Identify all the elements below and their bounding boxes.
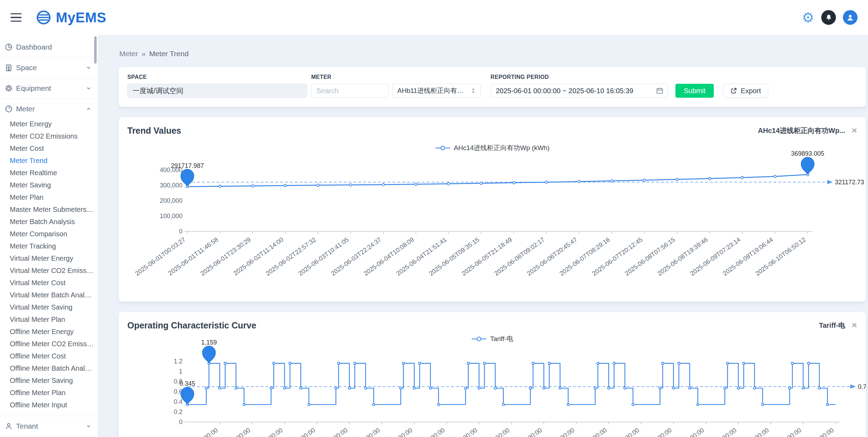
sidebar-nav: DashboardSpaceEquipmentMeterMeter Energy… <box>0 35 98 436</box>
svg-text:321172.73: 321172.73 <box>835 179 864 186</box>
meter-select-value: AHb11进线柜正向有功Wp <box>397 86 468 95</box>
select-arrows-icon <box>471 87 476 94</box>
user-icon <box>4 422 13 430</box>
sidebar-item-offline-meter-saving[interactable]: Offline Meter Saving <box>0 375 98 387</box>
reporting-period-label: REPORTING PERIOD <box>491 74 668 80</box>
building-icon <box>4 64 13 72</box>
sidebar-section-tenant[interactable]: Tenant <box>0 418 98 435</box>
space-label: SPACE <box>127 74 307 80</box>
tariff-card-title: Operating Characteristic Curve <box>127 320 256 331</box>
breadcrumb-meter[interactable]: Meter <box>119 50 138 58</box>
sidebar-item-virtual-meter-plan[interactable]: Virtual Meter Plan <box>0 313 98 326</box>
sidebar-section-space[interactable]: Space <box>0 59 98 76</box>
svg-text:1,159: 1,159 <box>201 339 217 346</box>
sidebar-item-offline-meter-cost[interactable]: Offline Meter Cost <box>0 350 98 362</box>
sidebar-item-meter-tracking[interactable]: Meter Tracking <box>0 240 98 252</box>
svg-text:1: 1 <box>179 368 182 375</box>
trend-series-label: AHc14进线柜正向有功Wp... <box>758 126 845 135</box>
chevron-up-icon <box>86 106 91 112</box>
svg-text:0: 0 <box>179 419 182 425</box>
sidebar-item-offline-meter-input[interactable]: Offline Meter Input <box>0 399 98 411</box>
user-icon <box>846 13 855 22</box>
account-button[interactable] <box>843 10 858 25</box>
svg-text:100,000: 100,000 <box>160 213 182 220</box>
chevron-down-icon <box>86 65 91 71</box>
sidebar-section-label: Space <box>16 64 37 72</box>
sidebar-item-virtual-meter-batch-analysis[interactable]: Virtual Meter Batch Analysis <box>0 289 98 301</box>
svg-text:0.7: 0.7 <box>858 383 866 390</box>
sidebar: DashboardSpaceEquipmentMeterMeter Energy… <box>0 35 98 437</box>
sidebar-section-equipment[interactable]: Equipment <box>0 80 98 97</box>
space-input[interactable] <box>127 84 307 98</box>
sidebar-meter-submenu: Meter EnergyMeter CO2 EmissionsMeter Cos… <box>0 117 98 414</box>
svg-text:0.4: 0.4 <box>174 398 182 405</box>
sidebar-item-virtual-meter-energy[interactable]: Virtual Meter Energy <box>0 252 98 265</box>
sidebar-scrollbar[interactable] <box>94 36 97 64</box>
meter-label: METER <box>311 74 481 80</box>
sidebar-item-meter-plan[interactable]: Meter Plan <box>0 191 98 203</box>
filter-panel: SPACE METER AHb11进线柜正向有功Wp REPOR <box>119 67 866 107</box>
breadcrumb-separator: » <box>142 50 146 58</box>
export-button[interactable]: Export <box>723 84 768 98</box>
tariff-chart: 00.20.40.60.811.22025-06-01 12:00:002025… <box>127 336 866 437</box>
svg-text:0: 0 <box>179 228 182 235</box>
svg-text:291717.987: 291717.987 <box>171 162 204 169</box>
sidebar-item-master-meter-submeters-ba[interactable]: Master Meter Submeters Ba... <box>0 203 98 216</box>
top-navbar: MyEMS ⚙ <box>0 0 868 35</box>
space-field-group: SPACE <box>127 74 307 98</box>
gauge-icon <box>4 43 13 51</box>
chart-mark-pin: 1,159 <box>201 339 217 363</box>
chevron-down-icon <box>86 86 91 91</box>
myems-logo-icon <box>36 9 52 25</box>
reporting-period-input[interactable] <box>491 84 668 98</box>
tariff-curve-card: Operating Characteristic Curve Tariff-电 … <box>119 312 866 437</box>
trend-chart: 0100,000200,000300,000400,0002025-06-01T… <box>127 150 866 294</box>
meter-select[interactable]: AHb11进线柜正向有功Wp <box>392 84 481 98</box>
sidebar-item-meter-realtime[interactable]: Meter Realtime <box>0 167 98 179</box>
svg-text:200,000: 200,000 <box>160 197 182 204</box>
tariff-close-icon[interactable]: × <box>852 320 857 330</box>
sidebar-section-meter[interactable]: Meter <box>0 101 98 117</box>
meter-icon <box>4 105 13 113</box>
brand-logo[interactable]: MyEMS <box>36 9 106 25</box>
bell-icon <box>825 14 833 22</box>
legend-line-marker-icon <box>435 145 450 151</box>
sidebar-item-meter-comparison[interactable]: Meter Comparison <box>0 228 98 240</box>
sidebar-item-meter-co2-emissions[interactable]: Meter CO2 Emissions <box>0 130 98 142</box>
sidebar-item-virtual-meter-cost[interactable]: Virtual Meter Cost <box>0 277 98 289</box>
breadcrumb: Meter»Meter Trend <box>119 50 866 58</box>
trend-card-title: Trend Values <box>127 126 181 136</box>
sidebar-item-offline-meter-plan[interactable]: Offline Meter Plan <box>0 387 98 399</box>
period-field-group: REPORTING PERIOD <box>491 74 668 98</box>
trend-chart-svg: 0100,000200,000300,000400,0002025-06-01T… <box>127 150 866 294</box>
sidebar-item-offline-meter-batch-analysis[interactable]: Offline Meter Batch Analysis <box>0 362 98 375</box>
sidebar-item-meter-batch-analysis[interactable]: Meter Batch Analysis <box>0 216 98 228</box>
sidebar-item-meter-trend[interactable]: Meter Trend <box>0 155 98 167</box>
chart-mark-pin: 369893.005 <box>791 150 824 175</box>
sidebar-section-label: Equipment <box>16 84 51 92</box>
sidebar-item-virtual-meter-saving[interactable]: Virtual Meter Saving <box>0 301 98 313</box>
tariff-series-label: Tariff-电 <box>819 321 845 330</box>
notifications-button[interactable] <box>821 10 836 25</box>
sidebar-item-offline-meter-energy[interactable]: Offline Meter Energy <box>0 326 98 338</box>
trend-values-card: Trend Values AHc14进线柜正向有功Wp... × AHc14进线… <box>119 117 866 302</box>
menu-toggle-button[interactable] <box>10 13 22 22</box>
settings-gear-icon[interactable]: ⚙ <box>802 10 814 24</box>
sidebar-item-offline-meter-co2-emission[interactable]: Offline Meter CO2 Emission... <box>0 338 98 350</box>
calendar-icon[interactable] <box>656 87 664 96</box>
sidebar-item-meter-energy[interactable]: Meter Energy <box>0 118 98 130</box>
svg-text:0.345: 0.345 <box>179 380 195 387</box>
sidebar-item-meter-saving[interactable]: Meter Saving <box>0 179 98 191</box>
navbar-actions: ⚙ <box>802 10 858 25</box>
sidebar-item-virtual-meter-co2-emission[interactable]: Virtual Meter CO2 Emission... <box>0 265 98 277</box>
meter-field-group: METER AHb11进线柜正向有功Wp <box>311 74 481 98</box>
sidebar-item-meter-cost[interactable]: Meter Cost <box>0 142 98 155</box>
export-label: Export <box>741 87 761 95</box>
trend-close-icon[interactable]: × <box>852 126 857 135</box>
svg-text:300,000: 300,000 <box>160 182 182 189</box>
breadcrumb-current: Meter Trend <box>149 50 188 58</box>
main-content: Meter»Meter Trend SPACE METER AHb11进线柜正向… <box>98 35 868 437</box>
sidebar-section-dashboard[interactable]: Dashboard <box>0 39 98 55</box>
meter-search-input[interactable] <box>311 84 389 98</box>
submit-button[interactable]: Submit <box>675 84 714 98</box>
